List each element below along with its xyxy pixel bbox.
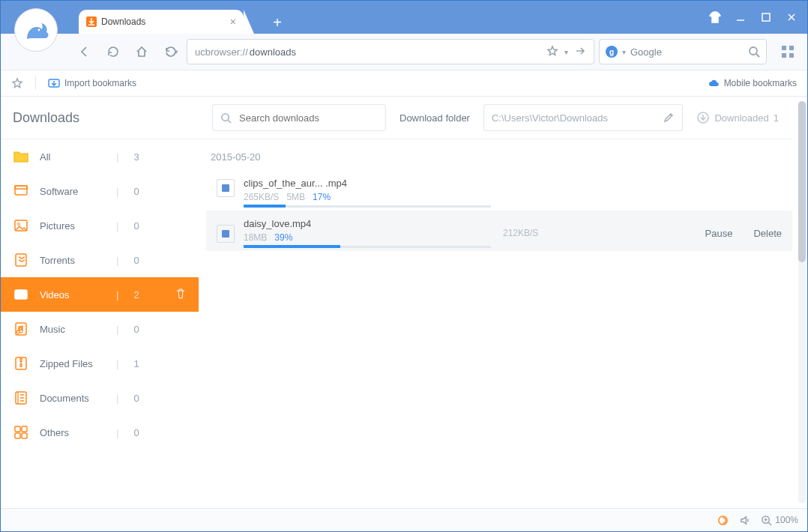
sidebar-item-zipped[interactable]: Zipped Files|1	[1, 346, 199, 381]
search-icon	[220, 112, 232, 124]
bookmark-star-icon[interactable]	[546, 45, 558, 59]
search-engine-box[interactable]: g ▾ Google	[599, 39, 767, 64]
logo-area	[1, 1, 65, 34]
cloud-icon	[708, 77, 720, 89]
video-file-icon	[217, 179, 235, 197]
download-folder-box[interactable]: C:\Users\Victor\Downloads	[483, 104, 684, 131]
svg-rect-20	[22, 433, 27, 438]
svg-point-21	[222, 113, 229, 120]
category-label: Documents	[40, 393, 106, 404]
scrollbar[interactable]	[798, 101, 806, 504]
sidebar-header: Downloads	[1, 97, 199, 139]
close-tab-icon[interactable]: ×	[230, 16, 236, 28]
back-button[interactable]	[73, 40, 97, 64]
category-count: 3	[133, 151, 139, 163]
category-label: Others	[40, 427, 106, 438]
category-count: 0	[133, 393, 139, 404]
new-tab-button[interactable]: +	[266, 11, 289, 34]
skin-icon[interactable]	[704, 7, 726, 28]
main-pane: Download folder C:\Users\Victor\Download…	[199, 97, 807, 508]
sidebar-item-torrents[interactable]: Torrents|0	[1, 243, 199, 277]
tab-downloads[interactable]: Downloads ×	[79, 10, 244, 34]
download-row[interactable]: daisy_love.mp418MB39%212KB/SPauseDelete	[206, 211, 792, 251]
downloads-toolbar: Download folder C:\Users\Victor\Download…	[199, 97, 792, 139]
adblock-icon[interactable]	[717, 515, 729, 526]
reload-button[interactable]	[101, 40, 125, 64]
video-file-icon	[217, 225, 235, 243]
svg-rect-4	[789, 46, 794, 50]
sidebar-item-software[interactable]: Software|0	[1, 174, 199, 208]
oth-icon	[13, 424, 29, 441]
mus-icon	[13, 321, 29, 337]
downloaded-counter[interactable]: Downloaded 1	[696, 111, 779, 124]
undo-close-button[interactable]: ▾	[158, 40, 182, 64]
file-name: daisy_love.mp4	[244, 218, 491, 229]
sidebar-item-music[interactable]: Music|0	[1, 312, 199, 346]
svg-rect-1	[762, 13, 770, 21]
minimize-button[interactable]	[729, 7, 752, 28]
downloaded-label: Downloaded	[714, 112, 768, 124]
category-count: 1	[133, 358, 139, 369]
row-actions: PauseDelete	[705, 228, 782, 239]
downloaded-icon	[696, 111, 710, 124]
category-label: All	[40, 151, 106, 163]
category-count: 0	[133, 220, 139, 232]
download-row[interactable]: clips_of_the_aur... .mp4265KB/S5MB17%	[206, 170, 792, 211]
delete-button[interactable]: Delete	[753, 228, 782, 239]
svg-rect-18	[22, 426, 27, 432]
download-folder-path: C:\Users\Victor\Downloads	[492, 112, 657, 124]
folder-icon	[13, 148, 29, 165]
browser-window: Downloads × + ▾ ucbrowser://downloads ▾ …	[0, 0, 808, 532]
search-downloads-box[interactable]	[212, 104, 386, 131]
download-icon	[86, 16, 97, 27]
svg-rect-3	[782, 46, 786, 50]
maximize-button[interactable]	[755, 7, 777, 28]
download-info: daisy_love.mp418MB39%	[244, 218, 491, 248]
category-label: Torrents	[40, 255, 106, 266]
category-count: 0	[133, 324, 139, 335]
go-button[interactable]	[574, 45, 586, 59]
sidebar: Downloads All|3Software|0Pictures|0Torre…	[1, 97, 199, 508]
category-label: Music	[40, 324, 106, 335]
downloaded-count: 1	[774, 112, 779, 124]
file-speed: 212KB/S	[503, 228, 555, 238]
address-bar[interactable]: ucbrowser://downloads ▾	[187, 39, 594, 64]
sidebar-item-pictures[interactable]: Pictures|0	[1, 208, 199, 243]
category-count: 0	[133, 186, 139, 197]
mute-icon[interactable]	[739, 515, 750, 526]
edit-icon[interactable]	[663, 112, 675, 124]
date-separator: 2015-05-20	[206, 148, 792, 170]
home-button[interactable]	[130, 40, 154, 64]
downloads-list: 2015-05-20 clips_of_the_aur... .mp4265KB…	[199, 139, 792, 508]
close-window-button[interactable]	[780, 7, 803, 28]
trash-icon[interactable]	[175, 288, 187, 302]
sidebar-item-videos[interactable]: Videos|2	[1, 277, 199, 312]
search-downloads-input[interactable]	[238, 112, 378, 124]
search-icon[interactable]	[748, 46, 760, 58]
file-percent: 39%	[274, 232, 292, 243]
pause-button[interactable]: Pause	[705, 228, 733, 239]
uc-logo[interactable]	[14, 8, 58, 52]
category-count: 0	[133, 255, 139, 266]
svg-rect-6	[789, 53, 794, 58]
window-controls	[704, 1, 803, 34]
svg-rect-9	[15, 186, 27, 189]
scrollbar-thumb[interactable]	[798, 101, 806, 262]
sidebar-item-documents[interactable]: Documents|0	[1, 381, 199, 415]
google-icon: g	[606, 46, 618, 58]
navigation-bar: ▾ ucbrowser://downloads ▾ g ▾ Google	[1, 34, 807, 70]
file-percent: 17%	[313, 192, 331, 202]
mobile-bookmarks-button[interactable]: Mobile bookmarks	[708, 77, 797, 89]
bookmark-dropdown-icon[interactable]: ▾	[564, 48, 568, 56]
file-size: 18MB	[244, 232, 267, 243]
zoom-control[interactable]: 100%	[761, 515, 798, 526]
extensions-grid-icon[interactable]	[777, 41, 798, 62]
engine-dropdown-icon[interactable]: ▾	[622, 48, 626, 56]
zip-icon	[13, 355, 29, 372]
status-bar: 100%	[1, 508, 807, 531]
import-bookmarks-button[interactable]: Import bookmarks	[48, 77, 136, 89]
sidebar-item-others[interactable]: Others|0	[1, 415, 199, 450]
bookmark-page-star[interactable]	[11, 77, 23, 89]
sidebar-item-all[interactable]: All|3	[1, 139, 199, 174]
svg-rect-8	[15, 186, 27, 195]
